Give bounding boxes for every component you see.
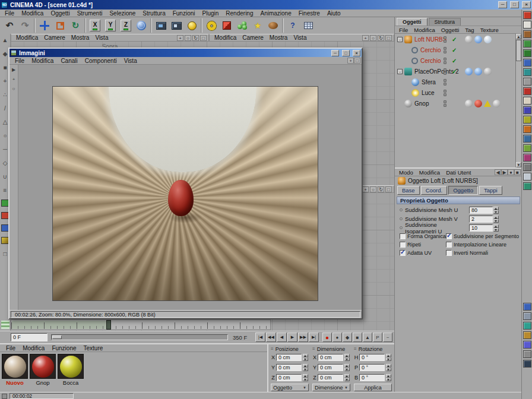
texture-tag-icon[interactable]	[474, 100, 482, 107]
size-y-field[interactable]: 0 cm	[318, 364, 343, 371]
palette-icon[interactable]	[523, 30, 531, 38]
menu-animazione[interactable]: Animazione	[256, 10, 294, 17]
am-menu-modo[interactable]: Modo	[396, 169, 416, 176]
vp-menu-vista[interactable]: Vista	[92, 34, 111, 41]
visibility-dots[interactable]	[444, 36, 446, 43]
spinner[interactable]	[344, 374, 350, 381]
material-item-gnop[interactable]: Gnop	[30, 354, 56, 386]
browser-button[interactable]	[300, 18, 316, 34]
spinner[interactable]	[386, 364, 391, 371]
tab-struttura[interactable]: Struttura	[429, 18, 461, 26]
render-view-button[interactable]	[153, 18, 169, 34]
record-position-button[interactable]: ◆	[343, 332, 352, 342]
om-menu-tag[interactable]: Tag	[462, 26, 477, 33]
texture-tag-icon[interactable]	[465, 68, 473, 75]
suddivisione-segmento-checkbox[interactable]	[446, 233, 452, 239]
palette-icon[interactable]	[523, 97, 531, 104]
tab-oggetto[interactable]: Oggetto	[448, 186, 478, 195]
mat-menu-funzione[interactable]: Funzione	[48, 344, 80, 352]
object-row-cerchio-2[interactable]: Cerchio ✓	[395, 55, 516, 66]
anim-dot-icon[interactable]	[400, 217, 403, 220]
palette-icon[interactable]	[523, 49, 531, 57]
palette-icon[interactable]	[523, 173, 531, 180]
frame-slider-handle[interactable]	[52, 335, 62, 339]
inverti-normali-checkbox[interactable]	[446, 250, 452, 256]
material-name[interactable]: Nuovo	[2, 379, 28, 386]
array-palette-button[interactable]	[235, 18, 250, 34]
material-preview[interactable]	[30, 354, 56, 379]
palette-icon[interactable]	[523, 59, 531, 66]
autokey-button[interactable]: ●	[332, 332, 342, 342]
spline-palette-button[interactable]	[204, 18, 219, 34]
om-menu-modifica[interactable]: Modifica	[411, 26, 438, 33]
visibility-dots[interactable]	[444, 68, 446, 75]
lock-z-button[interactable]: Z	[118, 18, 134, 34]
move-tool-button[interactable]	[37, 18, 52, 34]
menu-plugin[interactable]: Plugin	[199, 10, 223, 17]
record-rotation-button[interactable]: ▲	[363, 332, 372, 342]
timeline-ruler[interactable]	[11, 319, 271, 330]
end-frame-label[interactable]: 350 F	[233, 334, 247, 341]
enabled-check-icon[interactable]: ✓	[452, 58, 457, 64]
vp2-menu-modifica[interactable]: Modifica	[211, 34, 239, 41]
toggle-view-icon[interactable]: □	[385, 35, 392, 41]
scrollbar-thumb[interactable]	[516, 40, 521, 61]
am-menu-dati-utente[interactable]: Dati Utent	[443, 169, 474, 176]
palette-icon[interactable]	[523, 312, 531, 320]
vp2-menu-vista[interactable]: Vista	[290, 34, 309, 41]
previous-frame-button[interactable]: ◀	[277, 332, 287, 342]
adatta-uv-checkbox[interactable]	[400, 250, 406, 256]
object-name[interactable]: Gnop	[414, 100, 429, 107]
mesh-u-input[interactable]: 80	[469, 207, 493, 214]
pan-view-icon[interactable]: +	[362, 35, 369, 41]
rotate-tool-button[interactable]: ↻	[68, 18, 83, 34]
spinner[interactable]	[493, 207, 499, 214]
palette-icon[interactable]	[523, 116, 531, 124]
anim-dot-icon[interactable]	[400, 208, 403, 211]
texture-tag-icon[interactable]	[484, 36, 492, 43]
palette-icon[interactable]	[523, 182, 531, 190]
pv-pointer-tool[interactable]: ▶	[12, 67, 15, 72]
render-settings-button[interactable]	[184, 18, 200, 34]
object-name[interactable]: Sfera	[422, 79, 436, 86]
pan-view-icon[interactable]: +	[177, 35, 183, 41]
palette-icon[interactable]	[523, 350, 531, 358]
minimize-button[interactable]: ─	[498, 1, 507, 8]
forma-organica-checkbox[interactable]	[400, 233, 406, 239]
spinner[interactable]	[303, 374, 308, 381]
mat-menu-file[interactable]: File	[2, 344, 19, 352]
tab-oggetti[interactable]: Oggetti	[397, 18, 428, 26]
next-key-button[interactable]: ▶▶	[298, 332, 308, 342]
om-menu-oggetti[interactable]: Oggetti	[438, 26, 463, 33]
record-scale-button[interactable]: ■	[353, 332, 362, 342]
visibility-dots[interactable]	[444, 90, 446, 96]
material-preview[interactable]	[2, 354, 28, 379]
pv-menu-file[interactable]: File	[11, 57, 28, 64]
pv-menu-componenti[interactable]: Componenti	[81, 57, 121, 64]
make-editable-button[interactable]: ▲	[1, 36, 10, 44]
palette-icon[interactable]	[523, 331, 531, 339]
isoparm-u-input[interactable]: 10	[469, 224, 493, 232]
picture-viewer-titlebar[interactable]: Immagini ─ □ ×	[10, 49, 362, 57]
palette-icon[interactable]	[523, 106, 531, 114]
palette-icon[interactable]	[523, 144, 531, 152]
previous-key-button[interactable]: ◀◀	[266, 332, 276, 342]
mesh-v-input[interactable]: 2	[469, 216, 493, 223]
light-palette-button[interactable]: ★	[250, 18, 265, 34]
tab-tappi[interactable]: Tappi	[479, 186, 502, 195]
object-name[interactable]: Cerchio	[420, 47, 441, 53]
zoom-view-icon[interactable]: ○	[370, 186, 376, 192]
vp2-menu-mostra[interactable]: Mostra	[267, 34, 291, 41]
interpolazione-lineare-checkbox[interactable]	[446, 242, 452, 248]
lock-icon[interactable]: ●	[508, 169, 514, 175]
lock-y-button[interactable]: Y	[103, 18, 118, 34]
material-preview[interactable]	[58, 354, 84, 379]
palette-icon[interactable]	[523, 11, 531, 19]
spinner[interactable]	[493, 224, 499, 232]
history-back-icon[interactable]: ◀	[495, 169, 501, 175]
palette-icon[interactable]	[523, 154, 531, 162]
material-name[interactable]: Gnop	[30, 379, 56, 386]
texture-tag-icon[interactable]	[474, 36, 482, 43]
palette-icon[interactable]	[523, 135, 531, 142]
scale-tool-button[interactable]	[52, 18, 68, 34]
